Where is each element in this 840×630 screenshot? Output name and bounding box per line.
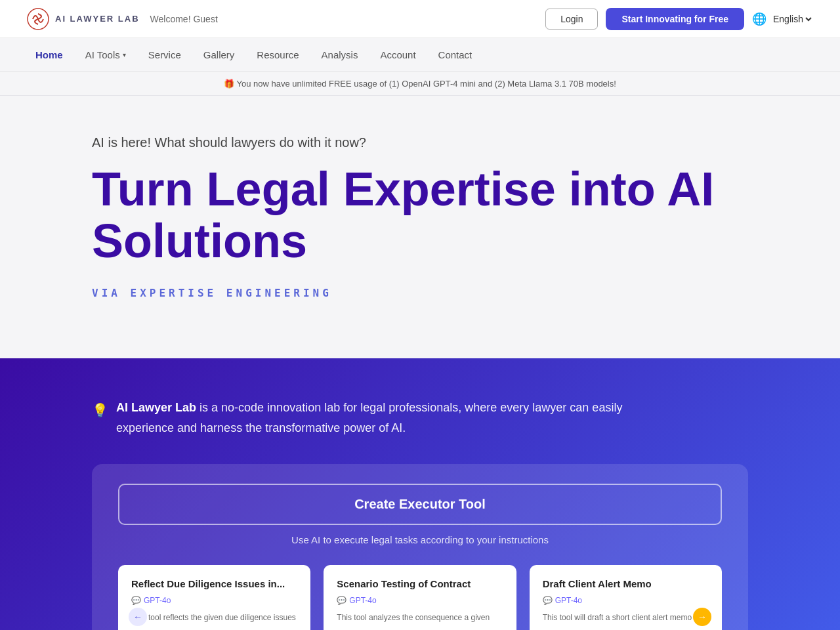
- tool-card-2-title: Scenario Testing of Contract: [337, 578, 503, 589]
- section-description: 💡 AI Lawyer Lab is a no-code innovation …: [92, 398, 682, 438]
- tool-card-1-title: Reflect Due Diligence Issues in...: [131, 578, 297, 589]
- navigation: Home AI Tools ▾ Service Gallery Resource…: [0, 38, 840, 72]
- nav-resource[interactable]: Resource: [247, 45, 308, 64]
- announcement-text: You now have unlimited FREE usage of (1)…: [237, 79, 616, 89]
- tool-card-1-model: 💬 GPT-4o: [131, 596, 297, 605]
- chat-icon: 💬: [543, 596, 553, 605]
- card-area: Create Executor Tool Use AI to execute l…: [92, 464, 748, 630]
- start-innovating-button[interactable]: Start Innovating for Free: [606, 8, 744, 30]
- hero-subtitle: AI is here! What should lawyers do with …: [92, 135, 748, 150]
- header-left: AI LAWYER LAB Welcome! Guest: [26, 7, 218, 31]
- tool-card-2-desc: This tool analyzes the consequence a giv…: [337, 612, 503, 623]
- hero-title-part1: Turn Legal Expertise into AI: [92, 163, 714, 215]
- header: AI LAWYER LAB Welcome! Guest Login Start…: [0, 0, 840, 38]
- bulb-icon: 💡: [92, 399, 108, 421]
- tool-card-3-title: Draft Client Alert Memo: [543, 578, 709, 589]
- tool-card-1: Reflect Due Diligence Issues in... 💬 GPT…: [118, 565, 310, 630]
- tool-description: Use AI to execute legal tasks according …: [118, 534, 722, 545]
- arrow-left-icon[interactable]: ←: [129, 608, 147, 626]
- language-select[interactable]: English: [770, 13, 814, 25]
- chevron-down-icon: ▾: [123, 51, 126, 58]
- announcement-icon: 🎁: [224, 79, 234, 89]
- purple-section: 💡 AI Lawyer Lab is a no-code innovation …: [0, 358, 840, 630]
- logo-text: AI LAWYER LAB: [55, 14, 140, 24]
- hero-title: Turn Legal Expertise into AI Solutions: [92, 163, 748, 267]
- nav-home[interactable]: Home: [26, 45, 72, 64]
- nav-account[interactable]: Account: [371, 45, 425, 64]
- nav-gallery[interactable]: Gallery: [194, 45, 244, 64]
- welcome-text: Welcome! Guest: [150, 14, 218, 24]
- globe-icon: 🌐: [752, 12, 766, 26]
- logo-icon: [26, 7, 50, 31]
- arrow-right-icon[interactable]: →: [693, 608, 711, 626]
- create-executor-tool-button[interactable]: Create Executor Tool: [118, 484, 722, 525]
- tool-cards-grid: Reflect Due Diligence Issues in... 💬 GPT…: [118, 565, 722, 630]
- tool-card-1-desc: This tool reflects the given due diligen…: [131, 612, 297, 623]
- announcement-bar: 🎁 You now have unlimited FREE usage of (…: [0, 72, 840, 96]
- hero-tagline: VIA EXPERTISE ENGINEERING: [92, 287, 748, 299]
- nav-analysis[interactable]: Analysis: [312, 45, 368, 64]
- tool-card-3-model: 💬 GPT-4o: [543, 596, 709, 605]
- brand-name: AI Lawyer Lab: [116, 401, 196, 414]
- tool-card-3-desc: This tool will draft a short client aler…: [543, 612, 709, 623]
- login-button[interactable]: Login: [545, 9, 598, 30]
- hero-section: AI is here! What should lawyers do with …: [0, 96, 840, 358]
- tool-card-2: Scenario Testing of Contract 💬 GPT-4o Th…: [324, 565, 516, 630]
- chat-icon: 💬: [337, 596, 346, 605]
- logo: AI LAWYER LAB: [26, 7, 140, 31]
- hero-title-part2: Solutions: [92, 215, 307, 267]
- header-right: Login Start Innovating for Free 🌐 Englis…: [545, 8, 814, 30]
- chat-icon: 💬: [131, 596, 141, 605]
- tool-card-3: Draft Client Alert Memo 💬 GPT-4o This to…: [530, 565, 722, 630]
- nav-ai-tools[interactable]: AI Tools ▾: [76, 45, 135, 64]
- nav-service[interactable]: Service: [139, 45, 190, 64]
- tool-card-2-model: 💬 GPT-4o: [337, 596, 503, 605]
- language-selector: 🌐 English: [752, 12, 814, 26]
- nav-contact[interactable]: Contact: [429, 45, 482, 64]
